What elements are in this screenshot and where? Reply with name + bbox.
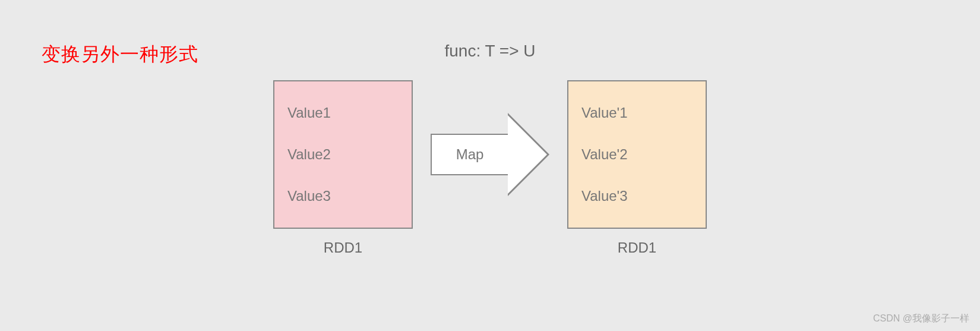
left-column: Value1 Value2 Value3 RDD1 — [273, 80, 413, 256]
map-arrow: Map — [431, 80, 549, 229]
source-rdd-box: Value1 Value2 Value3 — [273, 80, 413, 229]
watermark-text: CSDN @我像影子一样 — [873, 313, 969, 325]
source-caption: RDD1 — [324, 239, 362, 256]
map-diagram: Value1 Value2 Value3 RDD1 Map Value'1 Va… — [0, 80, 980, 256]
source-value: Value1 — [287, 105, 399, 121]
target-value: Value'1 — [581, 105, 693, 121]
source-value: Value2 — [287, 146, 399, 163]
arrow-body: Map — [431, 134, 508, 175]
target-rdd-box: Value'1 Value'2 Value'3 — [567, 80, 707, 229]
target-caption: RDD1 — [618, 239, 656, 256]
target-value: Value'2 — [581, 146, 693, 163]
right-column: Value'1 Value'2 Value'3 RDD1 — [567, 80, 707, 256]
function-signature: func: T => U — [0, 42, 980, 61]
target-value: Value'3 — [581, 188, 693, 204]
source-value: Value3 — [287, 188, 399, 204]
arrow-label: Map — [456, 146, 484, 163]
arrow-head-icon — [508, 113, 549, 196]
